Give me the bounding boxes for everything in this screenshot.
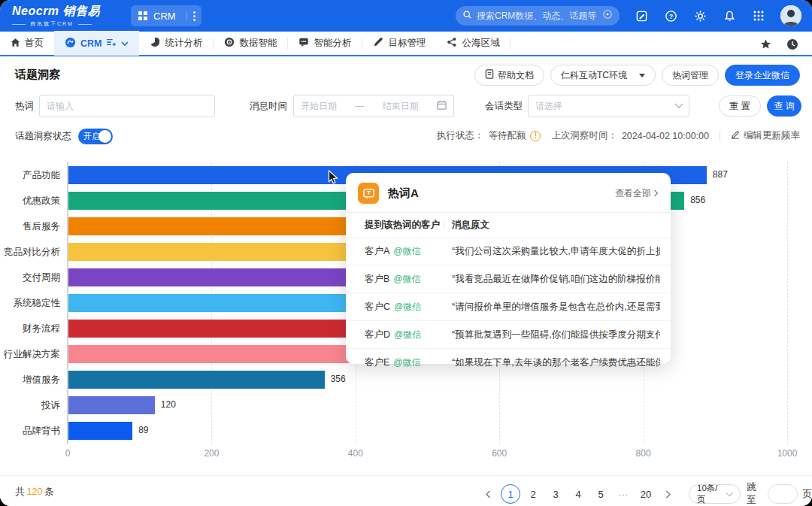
app-switcher-label: CRM [153,11,176,22]
chart-bar[interactable] [68,371,325,389]
popup-table-row[interactable]: 客户D@微信“预算批复遇到一些阻碍,你们能提供按季度分期支付的灵活... [346,320,671,348]
nav-label: 目标管理 [388,37,426,50]
reset-button[interactable]: 重 置 [719,95,761,117]
session-type-select[interactable]: 请选择 [528,95,689,117]
jump-label: 跳至 [747,481,762,506]
page-title: 话题洞察 [15,68,60,82]
popup-table-row[interactable]: 客户B@微信“我看竞品最近在做降价促销,咱们这边的阶梯报价能不能再... [346,265,671,292]
chevron-down-icon[interactable] [121,38,129,49]
nav-item-crm[interactable]: CRM [54,31,139,56]
list-plus-icon[interactable] [106,38,117,49]
calendar-icon[interactable] [437,100,447,112]
app-window: Neocrm 销售易 腾讯旗下CRM CRM [0,0,812,506]
chart-bar[interactable] [68,422,132,440]
nav-item-data-intel[interactable]: 数据智能 [214,31,287,56]
page-number[interactable]: 1 [501,484,520,504]
gear-icon[interactable] [692,8,707,23]
hotword-chat-icon: T [358,183,379,204]
nav-item-stats[interactable]: 统计分析 [139,31,213,56]
customer-name: 客户D [365,329,390,341]
smart-analysis-icon [298,37,309,50]
toggle-knob [98,130,111,143]
data-intel-icon [224,37,235,50]
view-all-link[interactable]: 查看全部 [615,187,659,200]
pagination: 12345···20 10条/页 跳至 页 [477,481,812,506]
session-type-label: 会话类型 [485,100,523,113]
channel-tag: @微信 [393,356,420,369]
page-number[interactable]: 5 [591,484,611,504]
environment-select[interactable]: 仁科互动TC环境 [550,65,656,86]
query-button[interactable]: 查 询 [767,95,801,117]
warning-circle-icon[interactable]: ! [530,131,541,141]
page-number[interactable]: 20 [636,484,656,504]
edit-frequency-link[interactable]: 编辑更新频率 [731,129,800,142]
date-range-picker[interactable]: 开始日期 — 结束日期 [293,95,454,117]
jump-suffix: 页 [803,488,812,501]
nav-label: 数据智能 [239,37,277,50]
popup-table-row[interactable]: 客户C@微信“请问报价单里的增值服务是包含在总价内,还是需要额外按... [346,292,671,320]
popup-table-row[interactable]: 客户A@微信“我们公司这次采购量比较大,申请年度大促的折上折还有效... [346,237,671,265]
global-search[interactable] [456,6,620,26]
note-edit-icon[interactable] [634,8,649,23]
nav-divider [510,38,511,49]
value-label: 887 [713,169,728,180]
nav-item-pool[interactable]: 公海区域 [436,31,510,56]
apps-grid-icon [138,11,147,20]
nav-item-home[interactable]: 首页 [0,31,54,56]
category-label: 售后服务 [0,220,60,233]
home-icon [11,38,20,50]
next-page-icon[interactable] [659,484,678,504]
insight-status-toggle[interactable]: 开启 [78,129,113,144]
user-avatar[interactable] [780,5,801,26]
value-label: 89 [138,425,148,435]
jump-page-input[interactable] [768,484,797,504]
pool-icon [447,37,457,50]
prev-page-icon[interactable] [478,484,498,504]
nav-item-smart-analysis[interactable]: 智能分析 [288,31,362,56]
bell-icon[interactable] [722,8,737,23]
total-count: 共120条 [15,486,54,498]
x-tick-label: 0 [45,448,90,459]
chart-bar[interactable] [68,396,155,414]
page-number[interactable]: 4 [568,484,588,504]
hotword-input[interactable] [47,101,208,111]
scope-icon[interactable] [602,9,613,23]
chevron-down-icon [726,489,733,496]
app-switcher[interactable]: CRM [131,5,201,26]
search-input[interactable] [477,11,598,21]
session-type-placeholder: 请选择 [535,100,562,113]
crm-icon [65,37,76,50]
gridline [787,162,788,444]
more-dots-icon[interactable] [186,11,195,21]
nav-item-target[interactable]: 目标管理 [362,31,436,56]
login-wecom-button[interactable]: 登录企业微信 [725,65,800,86]
page-number[interactable]: 3 [546,484,565,504]
last-insight-label: 上次洞察时间： [551,129,617,142]
value-label: 120 [161,399,176,410]
channel-tag: @微信 [394,329,421,341]
help-doc-button[interactable]: 帮助文档 [474,65,544,86]
hotword-manage-button[interactable]: 热词管理 [662,65,719,86]
customer-name: 客户B [365,273,389,286]
filter-bar: 热词 消息时间 开始日期 — 结束日期 会话类型 请选择 重 置 查 询 [0,95,812,117]
message-text: “如果现在下单,去年谈的那个老客户续费优惠还能保留给新... [452,356,660,369]
status-row: 话题洞察状态 开启 执行状态： 等待配额 ! 上次洞察时间： 2024-04-0… [0,128,812,146]
category-label: 系统稳定性 [0,297,60,310]
message-text: “预算批复遇到一些阻碍,你们能提供按季度分期支付的灵活... [452,329,660,341]
column-divider [444,220,444,230]
x-tick-label: 800 [621,448,666,459]
message-text: “我看竞品最近在做降价促销,咱们这边的阶梯报价能不能再... [452,273,660,286]
chevron-right-icon [653,189,659,197]
y-axis-line [67,162,68,444]
chevron-down-icon [674,100,683,108]
popup-table-row[interactable]: 客户E@微信“如果现在下单,去年谈的那个老客户续费优惠还能保留给新... [346,348,671,376]
help-icon[interactable]: ? [663,8,678,23]
favorite-star-icon[interactable] [758,37,773,52]
history-clock-icon[interactable] [785,37,800,52]
value-label: 856 [690,195,705,205]
apps-menu-icon[interactable] [751,8,766,23]
page-number[interactable]: 2 [523,484,543,504]
category-label: 投诉 [0,399,60,412]
hotword-label: 热词 [15,100,34,113]
page-size-select[interactable]: 10条/页 [689,484,741,504]
